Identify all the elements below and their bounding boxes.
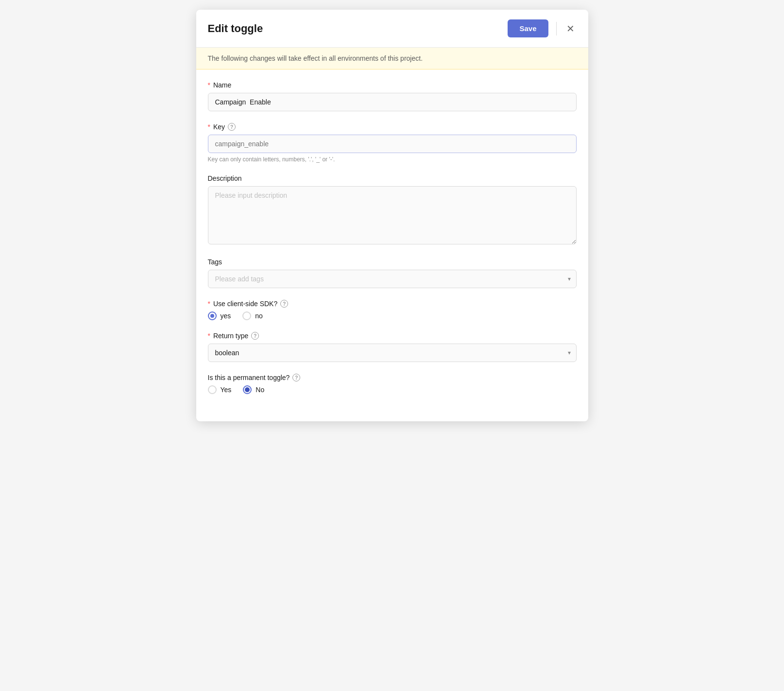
sdk-no-radio[interactable] [242,311,251,320]
return-type-label: * Return type ? [208,332,577,340]
name-field-group: * Name [208,81,577,111]
name-input[interactable] [208,93,577,111]
description-label-text: Description [208,174,242,182]
sdk-yes-radio[interactable] [208,311,217,320]
close-icon: ✕ [566,23,575,34]
permanent-yes-radio[interactable] [208,385,217,394]
save-button[interactable]: Save [508,19,548,37]
return-type-select[interactable]: boolean string number [208,344,577,362]
permanent-no-option[interactable]: No [243,385,264,394]
description-field-group: Description [208,174,577,246]
modal-header: Edit toggle Save ✕ [196,10,588,48]
permanent-yes-option[interactable]: Yes [208,385,232,394]
tags-field-group: Tags Please add tags ▾ [208,258,577,288]
sdk-yes-label: yes [221,312,231,320]
tags-select[interactable]: Please add tags [208,270,577,288]
key-input[interactable] [208,135,577,153]
name-label: * Name [208,81,577,89]
permanent-label-text: Is this a permanent toggle? [208,374,290,381]
name-required-star: * [208,81,210,89]
header-actions: Save ✕ [508,19,576,37]
tags-select-wrapper: Please add tags ▾ [208,270,577,288]
key-label: * Key ? [208,123,577,131]
key-required-star: * [208,123,210,131]
return-type-required-star: * [208,332,210,340]
permanent-help-icon[interactable]: ? [292,374,300,381]
edit-toggle-modal: Edit toggle Save ✕ The following changes… [196,10,588,421]
return-type-label-text: Return type [213,332,248,340]
modal-body: * Name * Key ? Key can only contain lett… [196,69,588,421]
key-help-icon[interactable]: ? [228,123,236,131]
description-textarea[interactable] [208,186,577,244]
key-field-group: * Key ? Key can only contain letters, nu… [208,123,577,163]
key-hint: Key can only contain letters, numbers, '… [208,156,577,163]
close-button[interactable]: ✕ [564,23,577,35]
key-input-wrapper [208,135,577,153]
sdk-field-group: * Use client-side SDK? ? yes no [208,300,577,320]
sdk-no-label: no [255,312,263,320]
warning-banner: The following changes will take effect i… [196,48,588,69]
permanent-yes-label: Yes [221,386,232,394]
sdk-label-text: Use client-side SDK? [213,300,277,308]
sdk-no-option[interactable]: no [242,311,263,320]
header-divider [556,22,557,35]
return-type-select-wrapper: boolean string number ▾ [208,344,577,362]
sdk-yes-option[interactable]: yes [208,311,231,320]
sdk-required-star: * [208,300,210,308]
permanent-no-label: No [256,386,264,394]
permanent-radio-group: Yes No [208,385,577,394]
tags-label: Tags [208,258,577,266]
tags-label-text: Tags [208,258,222,266]
name-label-text: Name [213,81,231,89]
sdk-help-icon[interactable]: ? [280,300,288,308]
modal-title: Edit toggle [208,22,263,35]
return-type-field-group: * Return type ? boolean string number ▾ [208,332,577,362]
warning-text: The following changes will take effect i… [208,54,423,62]
permanent-field-group: Is this a permanent toggle? ? Yes No [208,374,577,394]
return-type-help-icon[interactable]: ? [251,332,259,340]
key-label-text: Key [213,123,225,131]
permanent-no-radio[interactable] [243,385,252,394]
sdk-label: * Use client-side SDK? ? [208,300,577,308]
sdk-radio-group: yes no [208,311,577,320]
description-label: Description [208,174,577,182]
permanent-label: Is this a permanent toggle? ? [208,374,577,381]
